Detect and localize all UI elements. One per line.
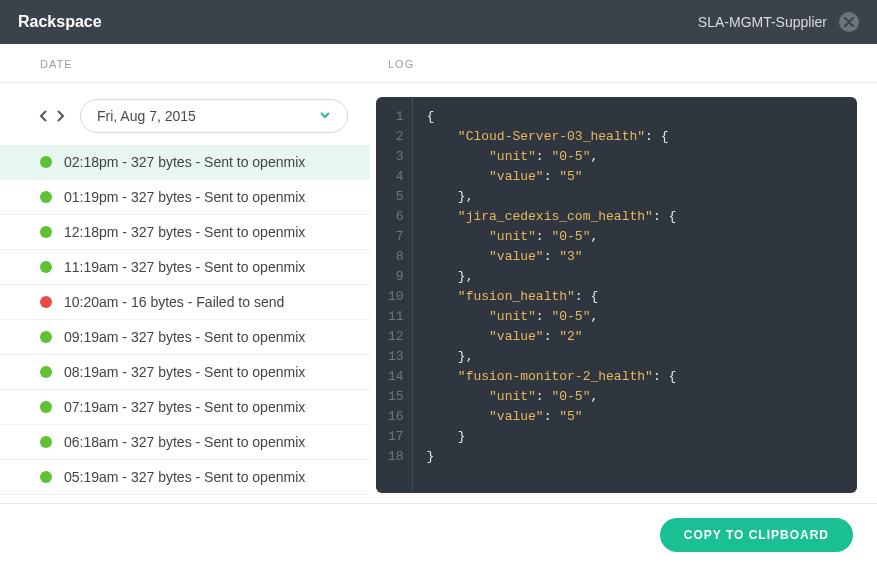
log-column-header: LOG (370, 44, 877, 83)
log-item-text: 11:19am - 327 bytes - Sent to openmix (64, 259, 305, 275)
page-title: Rackspace (18, 13, 102, 31)
log-item-text: 12:18pm - 327 bytes - Sent to openmix (64, 224, 305, 240)
log-item-text: 10:20am - 16 bytes - Failed to send (64, 294, 284, 310)
list-item[interactable]: 09:19am - 327 bytes - Sent to openmix (0, 320, 370, 355)
status-ok-icon (40, 401, 52, 413)
log-item-text: 08:19am - 327 bytes - Sent to openmix (64, 364, 305, 380)
list-item[interactable]: 10:20am - 16 bytes - Failed to send (0, 285, 370, 320)
list-item[interactable]: 11:19am - 327 bytes - Sent to openmix (0, 250, 370, 285)
next-day-icon[interactable] (54, 109, 68, 123)
code-content[interactable]: { "Cloud-Server-03_health": { "unit": "0… (413, 97, 691, 493)
log-item-text: 09:19am - 327 bytes - Sent to openmix (64, 329, 305, 345)
list-item[interactable]: 12:18pm - 327 bytes - Sent to openmix (0, 215, 370, 250)
header-bar: Rackspace SLA-MGMT-Supplier (0, 0, 877, 44)
status-ok-icon (40, 436, 52, 448)
log-item-text: 01:19pm - 327 bytes - Sent to openmix (64, 189, 305, 205)
copy-to-clipboard-button[interactable]: COPY TO CLIPBOARD (660, 518, 853, 552)
date-column: DATE Fri, Aug 7, 2015 02:18pm - 327 byte… (0, 44, 370, 503)
date-picker[interactable]: Fri, Aug 7, 2015 (80, 99, 348, 133)
list-item[interactable]: 02:18pm - 327 bytes - Sent to openmix (0, 145, 370, 180)
prev-day-icon[interactable] (38, 109, 52, 123)
status-ok-icon (40, 471, 52, 483)
footer: COPY TO CLIPBOARD (0, 503, 877, 566)
log-item-text: 05:19am - 327 bytes - Sent to openmix (64, 469, 305, 485)
log-list: 02:18pm - 327 bytes - Sent to openmix01:… (0, 145, 370, 503)
close-icon[interactable] (839, 12, 859, 32)
date-picker-value: Fri, Aug 7, 2015 (97, 108, 196, 124)
status-ok-icon (40, 261, 52, 273)
list-item[interactable]: 05:19am - 327 bytes - Sent to openmix (0, 460, 370, 495)
log-item-text: 02:18pm - 327 bytes - Sent to openmix (64, 154, 305, 170)
log-item-text: 07:19am - 327 bytes - Sent to openmix (64, 399, 305, 415)
line-number-gutter: 123456789101112131415161718 (376, 97, 413, 493)
status-ok-icon (40, 156, 52, 168)
code-viewer: 123456789101112131415161718 { "Cloud-Ser… (376, 97, 857, 493)
chevron-down-icon (319, 108, 331, 124)
status-ok-icon (40, 226, 52, 238)
status-ok-icon (40, 331, 52, 343)
status-ok-icon (40, 191, 52, 203)
status-ok-icon (40, 366, 52, 378)
header-subtitle: SLA-MGMT-Supplier (698, 14, 827, 30)
status-error-icon (40, 296, 52, 308)
list-item[interactable]: 06:18am - 327 bytes - Sent to openmix (0, 425, 370, 460)
list-item[interactable]: 01:19pm - 327 bytes - Sent to openmix (0, 180, 370, 215)
log-column: LOG 123456789101112131415161718 { "Cloud… (370, 44, 877, 503)
log-item-text: 06:18am - 327 bytes - Sent to openmix (64, 434, 305, 450)
list-item[interactable]: 07:19am - 327 bytes - Sent to openmix (0, 390, 370, 425)
list-item[interactable]: 08:19am - 327 bytes - Sent to openmix (0, 355, 370, 390)
date-column-header: DATE (0, 44, 370, 83)
